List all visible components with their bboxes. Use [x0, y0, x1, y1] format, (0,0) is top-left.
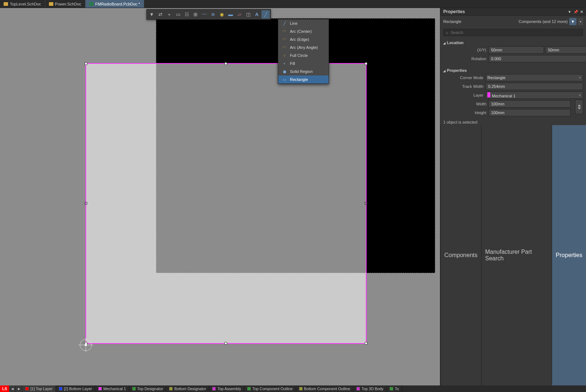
selection-status: 1 object is selected: [440, 119, 586, 125]
layer-swatch: [247, 387, 251, 391]
menu-item-arc-any[interactable]: ◠Arc (Any Angle): [278, 43, 329, 51]
via-icon: ◉: [219, 12, 225, 18]
location-y-input[interactable]: [545, 46, 586, 54]
align-icon: ☷: [184, 12, 190, 18]
crosshair-icon: ＋: [166, 12, 172, 18]
height-input[interactable]: [489, 109, 571, 116]
move-button[interactable]: ⇄: [156, 10, 165, 19]
layer-swatch: [169, 387, 173, 391]
search-input[interactable]: [451, 30, 581, 35]
tab-fmradioboard[interactable]: FMRadioBoard.PcbDoc *: [85, 0, 144, 8]
layer-tab[interactable]: To: [387, 385, 402, 392]
diff-pair-button[interactable]: ≋: [209, 10, 217, 19]
dropdown-icon[interactable]: ▼: [568, 10, 571, 14]
menu-item-solid-region[interactable]: ◼Solid Region: [278, 67, 329, 75]
layer-prev-button[interactable]: ◀: [9, 385, 16, 392]
arc-icon: ◠: [282, 37, 287, 42]
panel-title: Properties: [443, 9, 465, 14]
layer-select[interactable]: Mechanical 1: [486, 92, 583, 99]
object-type-label: Rectangle: [443, 19, 461, 24]
arc-icon: ◠: [282, 45, 287, 50]
resize-handle-se[interactable]: [365, 342, 367, 345]
text-button[interactable]: A: [253, 10, 261, 19]
layer-tab[interactable]: Bottom Designator: [166, 385, 209, 392]
layer-tab[interactable]: Mechanical 1: [95, 385, 129, 392]
menu-item-arc-edge[interactable]: ◠Arc (Edge): [278, 35, 329, 43]
align-horizontal-button[interactable]: ☷: [183, 10, 191, 19]
layer-tab[interactable]: [1] Top Layer: [22, 385, 56, 392]
tab-toplevel[interactable]: TopLevel.SchDoc: [0, 0, 45, 8]
layer-tab[interactable]: Bottom Component Outline: [296, 385, 354, 392]
tab-components[interactable]: Components: [440, 125, 481, 385]
layer-tab[interactable]: Top Designator: [129, 385, 166, 392]
pcb-icon: [89, 2, 93, 6]
line-icon: ╱: [282, 21, 287, 26]
schematic-icon: [4, 2, 8, 6]
resize-handle-n[interactable]: [225, 62, 227, 65]
resize-handle-s[interactable]: [225, 342, 227, 345]
filter-button[interactable]: ▼: [569, 18, 577, 25]
menu-item-arc-center[interactable]: ◠Arc (Center): [278, 27, 329, 35]
grid-button[interactable]: ⊞: [191, 10, 200, 19]
filter-dropdown-button[interactable]: ▾: [578, 18, 583, 25]
place-line-dropdown-button[interactable]: ╱: [261, 10, 270, 19]
properties-panel-header: Properties ▼ 📌 ✕: [440, 8, 586, 16]
menu-item-full-circle[interactable]: ○Full Circle: [278, 51, 329, 59]
tab-label: TopLevel.SchDoc: [10, 2, 41, 6]
layer-swatch: [299, 387, 303, 391]
resize-handle-e[interactable]: [365, 202, 367, 205]
tab-label: FMRadioBoard.PcbDoc *: [95, 2, 140, 6]
layer-tab[interactable]: Top Component Outline: [244, 385, 296, 392]
xy-label: (X/Y): [446, 48, 486, 52]
polygon-button[interactable]: ▬: [226, 10, 235, 19]
layer-next-button[interactable]: ▶: [16, 385, 22, 392]
corner-mode-select[interactable]: Rectangle: [486, 74, 583, 81]
dimension-button[interactable]: ◫: [244, 10, 252, 19]
menu-item-fill[interactable]: ▪Fill: [278, 59, 329, 67]
section-properties-header[interactable]: Properties: [440, 67, 586, 73]
layer-color-swatch: [487, 92, 490, 97]
tab-power[interactable]: Power.SchDoc: [45, 0, 85, 8]
resize-handle-w[interactable]: [85, 202, 87, 205]
place-rectangle-button[interactable]: ▭: [174, 10, 182, 19]
layer-swatch: [212, 387, 216, 391]
layer-swatch: [390, 387, 393, 391]
pin-icon[interactable]: 📌: [574, 10, 578, 14]
via-button[interactable]: ◉: [218, 10, 226, 19]
selected-rectangle[interactable]: [85, 63, 367, 344]
text-icon: A: [254, 12, 260, 18]
route-button[interactable]: 〰: [200, 10, 208, 19]
align-button[interactable]: ＋: [165, 10, 173, 19]
circle-icon: ○: [282, 53, 287, 58]
layer-sets-button[interactable]: LS: [0, 385, 9, 392]
section-location-header[interactable]: Location: [440, 40, 586, 46]
filter-summary: Components (and 12 more): [518, 19, 568, 24]
track-width-label: Track Width: [443, 84, 483, 89]
board-shape-button[interactable]: ▱: [235, 10, 244, 19]
layer-swatch: [59, 387, 62, 391]
rotation-input[interactable]: [489, 55, 586, 62]
menu-item-rectangle[interactable]: ▭Rectangle: [278, 75, 329, 84]
width-input[interactable]: [489, 100, 571, 108]
location-x-input[interactable]: [489, 46, 544, 54]
layer-tab[interactable]: Top Assembly: [209, 385, 244, 392]
menu-item-line[interactable]: ╱Line: [278, 19, 329, 27]
grid-icon: ⊞: [193, 12, 199, 18]
pcb-canvas[interactable]: ▼ ⇄ ＋ ▭ ☷ ⊞ 〰 ≋ ◉ ▬ ▱ ◫ A ╱ ╱Line ◠Arc (…: [0, 8, 440, 385]
track-width-input[interactable]: [486, 83, 583, 90]
resize-handle-nw[interactable]: [85, 62, 87, 65]
selection-filter-button[interactable]: ▼: [148, 10, 156, 19]
tab-manufacturer-part-search[interactable]: Manufacturer Part Search: [481, 125, 552, 385]
resize-handle-ne[interactable]: [365, 62, 367, 65]
tab-properties[interactable]: Properties: [552, 125, 586, 385]
layer-tab[interactable]: Top 3D Body: [353, 385, 387, 392]
tab-label: Power.SchDoc: [55, 2, 81, 6]
link-width-height-button[interactable]: ⇕: [575, 100, 583, 114]
height-label: Height: [446, 110, 486, 115]
close-icon[interactable]: ✕: [580, 10, 583, 14]
search-icon: ⌕: [446, 30, 448, 35]
arc-icon: ◠: [282, 29, 287, 34]
layer-tab[interactable]: [2] Bottom Layer: [56, 385, 95, 392]
search-box[interactable]: ⌕: [443, 29, 583, 36]
line-icon: ╱: [263, 12, 269, 18]
